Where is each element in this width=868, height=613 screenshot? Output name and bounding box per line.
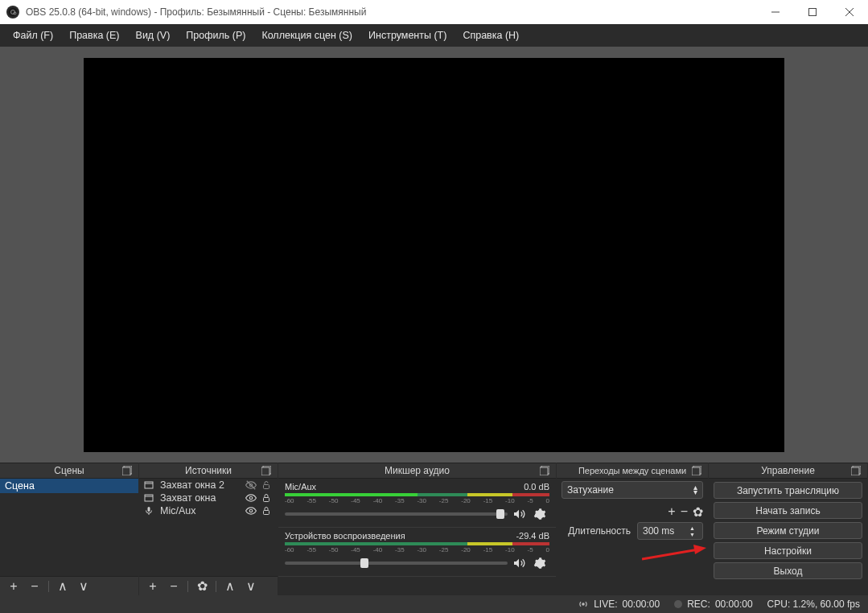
svg-line-27 xyxy=(642,549,698,559)
status-bar: LIVE: 00:00:00 REC: 00:00:00 CPU: 1.2%, … xyxy=(0,595,868,613)
transition-remove-button[interactable]: − xyxy=(681,504,688,520)
annotation-arrow xyxy=(642,545,706,564)
lock-toggle-icon[interactable] xyxy=(261,506,273,516)
preview-canvas[interactable] xyxy=(84,58,784,452)
close-button[interactable] xyxy=(831,0,868,24)
start-recording-button[interactable]: Начать запись xyxy=(714,502,862,519)
transition-tools: + − ✿ xyxy=(557,504,708,520)
source-label: Захват окна 2 xyxy=(160,479,241,491)
scenes-title: Сцены xyxy=(54,465,84,476)
source-label: Mic/Aux xyxy=(160,505,241,516)
svg-point-21 xyxy=(249,509,253,512)
svg-point-18 xyxy=(249,496,253,500)
rec-label: REC: xyxy=(687,599,710,610)
menu-tools[interactable]: Инструменты (T) xyxy=(360,27,455,44)
mixer-channel: Устройство воспроизведения-29.4 dB-60-55… xyxy=(278,528,556,577)
window-titlebar: OBS 25.0.8 (64-bit, windows) - Профиль: … xyxy=(0,0,868,24)
transition-add-button[interactable]: + xyxy=(668,504,675,520)
svg-rect-10 xyxy=(261,467,269,475)
menu-profile[interactable]: Профиль (P) xyxy=(178,27,253,44)
spin-controls[interactable]: ▲▼ xyxy=(689,525,697,537)
controls-dock: Управление Запустить трансляцию Начать з… xyxy=(709,463,868,595)
duration-value: 300 ms xyxy=(643,525,674,537)
source-remove-button[interactable]: − xyxy=(167,580,181,593)
menu-scene-collection[interactable]: Коллекция сцен (S) xyxy=(253,27,360,44)
svg-rect-22 xyxy=(264,511,269,515)
cpu-text: CPU: 1.2%, 60.00 fps xyxy=(767,599,860,610)
exit-button[interactable]: Выход xyxy=(714,562,862,579)
visibility-toggle-icon[interactable] xyxy=(245,492,257,504)
svg-rect-16 xyxy=(145,495,153,501)
svg-rect-20 xyxy=(148,507,150,512)
window-icon xyxy=(144,480,155,490)
scenes-list[interactable]: Сцена xyxy=(0,479,138,576)
source-row[interactable]: Захват окна 2 xyxy=(139,479,278,492)
svg-rect-8 xyxy=(122,467,130,475)
app-logo-icon xyxy=(6,6,19,19)
visibility-toggle-icon[interactable] xyxy=(245,505,257,516)
source-row[interactable]: Захват окна xyxy=(139,492,278,504)
menu-view[interactable]: Вид (V) xyxy=(128,27,179,44)
scene-add-button[interactable]: + xyxy=(6,580,21,593)
scene-remove-button[interactable]: − xyxy=(27,580,42,593)
transition-settings-button[interactable]: ✿ xyxy=(693,504,703,520)
broadcast-icon xyxy=(578,599,589,610)
source-move-up-button[interactable]: ∧ xyxy=(223,580,237,593)
visibility-toggle-icon[interactable] xyxy=(245,479,257,491)
svg-marker-28 xyxy=(693,545,706,554)
audio-mixer-dock: Микшер аудио Mic/Aux0.0 dB-60-55-50-45-4… xyxy=(278,463,557,595)
svg-rect-4 xyxy=(809,9,817,16)
volume-slider[interactable] xyxy=(285,512,508,516)
settings-button[interactable]: Настройки xyxy=(714,542,862,559)
menu-help[interactable]: Справка (H) xyxy=(455,27,527,44)
channel-db: 0.0 dB xyxy=(524,482,549,492)
mixer-title: Микшер аудио xyxy=(385,465,450,476)
audio-meter: -60-55-50-45-40-35-30-25-20-15-10-50 xyxy=(285,542,549,553)
transitions-title: Переходы между сценами xyxy=(578,466,686,475)
start-streaming-button[interactable]: Запустить трансляцию xyxy=(714,482,862,499)
dock-popout-icon[interactable] xyxy=(540,466,551,477)
dock-popout-icon[interactable] xyxy=(261,466,273,477)
audio-meter: -60-55-50-45-40-35-30-25-20-15-10-50 xyxy=(285,493,549,504)
source-move-down-button[interactable]: ∨ xyxy=(244,580,258,593)
scene-move-down-button[interactable]: ∨ xyxy=(76,580,91,593)
svg-rect-24 xyxy=(540,467,548,475)
scene-move-up-button[interactable]: ∧ xyxy=(56,580,70,593)
dock-popout-icon[interactable] xyxy=(851,466,862,477)
maximize-button[interactable] xyxy=(794,0,831,24)
scene-row[interactable]: Сцена xyxy=(0,479,138,493)
duration-spinbox[interactable]: 300 ms ▲▼ xyxy=(637,522,703,540)
source-properties-button[interactable]: ✿ xyxy=(195,580,209,593)
dock-popout-icon[interactable] xyxy=(692,466,703,477)
speaker-icon[interactable] xyxy=(512,508,529,520)
transition-selected: Затухание xyxy=(567,484,614,496)
lock-toggle-icon[interactable] xyxy=(261,493,273,503)
speaker-icon[interactable] xyxy=(512,557,529,570)
rec-status: REC: 00:00:00 xyxy=(674,599,752,610)
svg-rect-26 xyxy=(692,467,700,475)
source-add-button[interactable]: + xyxy=(146,580,160,593)
sources-list[interactable]: Захват окна 2Захват окнаMic/Aux xyxy=(139,479,278,576)
scenes-dock: Сцены Сцена + − ∧ ∨ xyxy=(0,463,139,595)
minimize-button[interactable] xyxy=(757,0,794,24)
separator xyxy=(187,581,188,592)
menu-file[interactable]: Файл (F) xyxy=(5,27,61,44)
source-row[interactable]: Mic/Aux xyxy=(139,504,278,517)
controls-body: Запустить трансляцию Начать запись Режим… xyxy=(709,479,867,595)
gear-icon[interactable] xyxy=(533,508,549,520)
svg-rect-19 xyxy=(264,498,269,502)
menu-edit[interactable]: Правка (E) xyxy=(61,27,127,44)
cpu-status: CPU: 1.2%, 60.00 fps xyxy=(767,599,860,610)
volume-slider[interactable] xyxy=(285,562,508,565)
studio-mode-button[interactable]: Режим студии xyxy=(714,522,862,539)
window-icon xyxy=(144,493,155,503)
dock-popout-icon[interactable] xyxy=(122,466,134,477)
lock-toggle-icon[interactable] xyxy=(261,480,273,490)
mixer-channel: Mic/Aux0.0 dB-60-55-50-45-40-35-30-25-20… xyxy=(278,479,556,528)
transitions-body: Затухание ▴▾ + − ✿ Длительность 300 ms ▲… xyxy=(557,479,708,595)
sources-title: Источники xyxy=(185,465,232,476)
separator xyxy=(48,581,49,592)
transition-select[interactable]: Затухание ▴▾ xyxy=(562,481,703,499)
live-label: LIVE: xyxy=(594,599,617,610)
gear-icon[interactable] xyxy=(533,557,549,570)
